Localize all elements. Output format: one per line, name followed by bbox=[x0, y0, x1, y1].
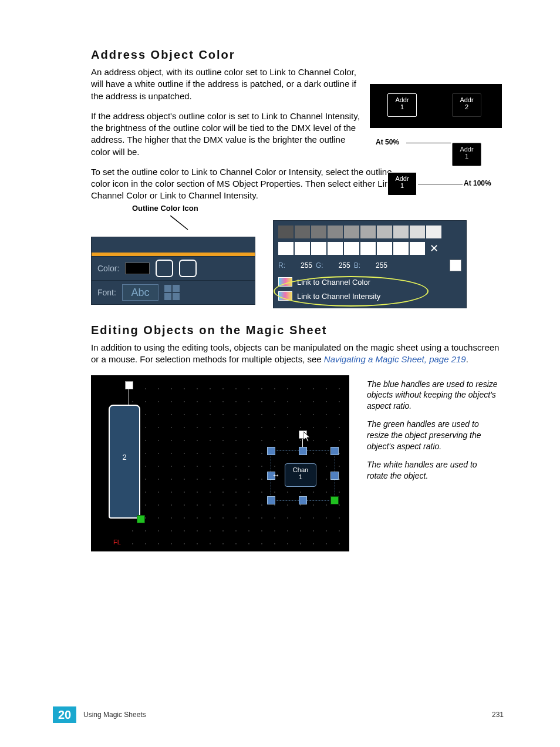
para-edit-1b: . bbox=[466, 354, 468, 364]
value-r: 255 bbox=[289, 261, 312, 270]
swatch[interactable] bbox=[344, 226, 359, 238]
caption-blue-handles: The blue handles are used to resize obje… bbox=[367, 379, 499, 412]
resize-handle-icon[interactable] bbox=[267, 447, 275, 455]
swatch[interactable] bbox=[410, 242, 425, 255]
panel-color-picker: ✕ R:255 G:255 B:255 Link to Channel Colo… bbox=[273, 220, 467, 308]
clear-color-icon[interactable]: ✕ bbox=[426, 242, 441, 255]
resize-handle-icon[interactable] bbox=[330, 472, 339, 480]
swatch[interactable] bbox=[360, 226, 376, 238]
para-addr-2: If the address object's outline color is… bbox=[91, 110, 364, 158]
fixture-object[interactable]: 2 bbox=[109, 405, 140, 519]
swatch[interactable] bbox=[295, 226, 310, 238]
svg-line-0 bbox=[170, 216, 188, 230]
swatch[interactable] bbox=[328, 242, 343, 255]
swatch[interactable] bbox=[344, 242, 359, 255]
option-link-channel-intensity[interactable]: Link to Channel Intensity bbox=[278, 289, 461, 303]
chapter-number-badge: 20 bbox=[53, 706, 76, 723]
label-g: G: bbox=[316, 261, 323, 270]
label-outline-color-icon: Outline Color Icon bbox=[132, 204, 198, 213]
aspect-resize-handle-icon[interactable] bbox=[330, 496, 339, 504]
panel-ms-object-color: Color: Font: Abc bbox=[91, 237, 255, 305]
resize-handle-icon[interactable] bbox=[330, 447, 339, 455]
para-addr-3: To set the outline color to Link to Chan… bbox=[91, 166, 408, 202]
label-r: R: bbox=[278, 261, 285, 270]
swatch[interactable] bbox=[295, 242, 310, 255]
swatch[interactable] bbox=[278, 242, 294, 255]
swatch[interactable] bbox=[311, 226, 326, 238]
fixture-number: 2 bbox=[110, 453, 139, 462]
chan-selection-group[interactable]: Chan 1 ↔ bbox=[267, 446, 338, 510]
font-color-grid[interactable] bbox=[164, 285, 180, 300]
label-link-channel-intensity: Link to Channel Intensity bbox=[297, 292, 380, 301]
swatch[interactable] bbox=[393, 226, 409, 238]
addr-box-4-num: 1 bbox=[400, 182, 404, 189]
move-arrows-icon: ↔ bbox=[272, 470, 280, 480]
swatch[interactable] bbox=[377, 226, 392, 238]
cursor-icon bbox=[303, 432, 312, 442]
caption-white-handles: The white handles are used to rotate the… bbox=[367, 459, 499, 482]
swatch[interactable] bbox=[377, 242, 392, 255]
heading-editing-objects: Editing Objects on the Magic Sheet bbox=[91, 324, 502, 337]
link-navigating-magic-sheet[interactable]: Navigating a Magic Sheet, page 219 bbox=[324, 354, 466, 364]
addr-box-1-num: 1 bbox=[400, 103, 404, 110]
addr-box-2-label: Addr bbox=[460, 96, 473, 103]
para-edit-1: In addition to using the editing tools, … bbox=[91, 342, 502, 366]
swatch[interactable] bbox=[410, 226, 425, 238]
swatch-outline-color[interactable] bbox=[156, 260, 173, 277]
rainbow-chip-icon bbox=[278, 291, 292, 301]
font-sample-box[interactable]: Abc bbox=[122, 284, 158, 301]
chan-object[interactable]: Chan 1 bbox=[285, 463, 316, 487]
heading-address-object-color: Address Object Color bbox=[91, 48, 502, 62]
page-footer: 20 Using Magic Sheets 231 bbox=[53, 706, 504, 724]
rainbow-chip-icon bbox=[278, 277, 292, 287]
value-b: 255 bbox=[364, 261, 387, 270]
addr-box-3-label: Addr bbox=[460, 146, 473, 153]
annotation-line-outline-icon bbox=[170, 216, 191, 231]
chan-label: Chan bbox=[293, 466, 308, 473]
swatch-extra-color[interactable] bbox=[179, 260, 197, 277]
swatch[interactable] bbox=[311, 242, 326, 255]
figure-magic-sheet-editing: 2 FL bbox=[91, 375, 349, 551]
addr-box-4-label: Addr bbox=[395, 175, 409, 182]
addr-box-1-label: Addr bbox=[395, 96, 409, 103]
page-number: 231 bbox=[492, 711, 504, 719]
swatch[interactable] bbox=[328, 226, 343, 238]
swatch[interactable] bbox=[360, 242, 376, 255]
label-fl: FL bbox=[113, 539, 121, 546]
swatch[interactable] bbox=[278, 226, 294, 238]
label-link-channel-color: Link to Channel Color bbox=[297, 278, 370, 287]
figure-address-objects: Addr 1 Addr 2 Addr 1 Addr 1 At 50% At 10… bbox=[370, 84, 502, 201]
svg-marker-1 bbox=[303, 432, 310, 442]
swatch-fill-color[interactable] bbox=[125, 263, 150, 274]
caption-green-handles: The green handles are used to resize the… bbox=[367, 419, 499, 452]
rotate-handle-icon[interactable] bbox=[125, 381, 133, 389]
resize-handle-icon[interactable] bbox=[299, 496, 307, 504]
value-g: 255 bbox=[327, 261, 350, 270]
addr-box-2-num: 2 bbox=[465, 103, 468, 110]
label-at-50: At 50% bbox=[376, 138, 399, 146]
option-link-channel-color[interactable]: Link to Channel Color bbox=[278, 275, 461, 289]
resize-handle-icon[interactable] bbox=[267, 496, 275, 504]
chan-number: 1 bbox=[299, 473, 302, 480]
label-at-100: At 100% bbox=[464, 179, 491, 187]
resize-handle-icon[interactable] bbox=[299, 447, 307, 455]
label-b: B: bbox=[354, 261, 360, 270]
addr-box-3-num: 1 bbox=[465, 153, 468, 160]
label-font: Font: bbox=[97, 288, 116, 297]
para-addr-1: An address object, with its outline colo… bbox=[91, 66, 364, 102]
swatch[interactable] bbox=[393, 242, 409, 255]
swatch[interactable] bbox=[426, 226, 441, 238]
label-color: Color: bbox=[97, 264, 119, 273]
chapter-title: Using Magic Sheets bbox=[83, 711, 146, 719]
aspect-resize-handle-icon[interactable] bbox=[137, 515, 145, 523]
swatch-current[interactable] bbox=[450, 260, 461, 271]
